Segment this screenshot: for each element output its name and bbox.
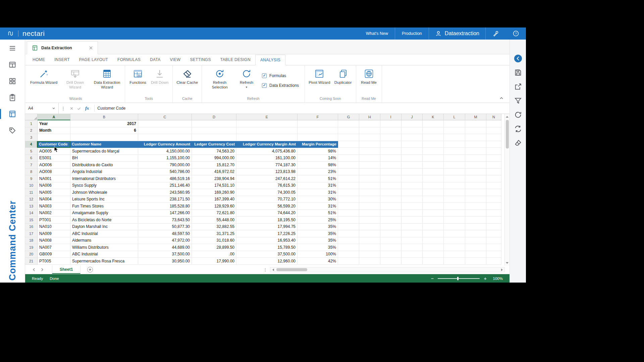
cell-L11[interactable] [444,189,465,196]
cell-G2[interactable] [338,127,359,134]
column-header-E[interactable]: E [236,114,298,120]
cell-D13[interactable]: 128,929.60 [192,203,236,210]
cell-J2[interactable] [401,127,423,134]
cell-C3[interactable] [138,134,192,141]
cell-A7[interactable]: AO006 [38,162,70,169]
cell-B8[interactable]: Angola Industrial [70,169,138,176]
ribbon-button-functions[interactable]: fxFunctions [127,68,148,86]
cell-L2[interactable] [444,127,465,134]
cell-K17[interactable] [423,230,444,237]
sidebar-item-dashboards[interactable] [0,61,25,69]
cell-A3[interactable] [38,134,70,141]
scroll-up-icon[interactable] [506,114,508,119]
ribbon-button-duplicator[interactable]: Duplicator [333,68,354,86]
column-header-D[interactable]: D [192,114,236,120]
cell-F21[interactable]: 42% [298,258,338,265]
cell-B1[interactable]: 2017 [70,120,138,127]
cell-K11[interactable] [423,189,444,196]
cell-A10[interactable]: NA006 [38,182,70,189]
cell-H17[interactable] [359,230,380,237]
cell-B14[interactable]: Amalgamate Supply [70,210,138,217]
cell-C7[interactable]: 790,000.00 [138,162,192,169]
cell-C19[interactable]: 44,689.00 [138,244,192,251]
select-all-corner[interactable] [25,114,38,120]
cell-J14[interactable] [401,210,423,217]
scroll-right-icon[interactable] [499,267,504,272]
row-header-19[interactable]: 19 [25,244,38,251]
cell-B4[interactable]: Customer Name [70,141,138,148]
cell-D12[interactable]: 167,399.40 [192,196,236,203]
cell-M19[interactable] [465,244,486,251]
cell-N3[interactable] [486,134,501,141]
row-header-1[interactable]: 1 [25,120,38,127]
cell-F16[interactable]: 35% [298,224,338,231]
cell-E18[interactable]: 16,953.40 [236,237,298,244]
cell-F19[interactable]: 35% [298,244,338,251]
cell-H13[interactable] [359,203,380,210]
zoom-slider-thumb[interactable] [457,277,459,280]
cell-M20[interactable] [465,251,486,258]
cell-D15[interactable]: 55,448.00 [192,217,236,224]
cell-I15[interactable] [380,217,401,224]
cell-C13[interactable]: 185,528.80 [138,203,192,210]
cell-N19[interactable] [486,244,501,251]
cell-G8[interactable] [338,169,359,176]
cell-E14[interactable]: 74,644.20 [236,210,298,217]
cell-K13[interactable] [423,203,444,210]
cell-I19[interactable] [380,244,401,251]
cell-E15[interactable]: 18,195.50 [236,217,298,224]
cell-B10[interactable]: Sysco Supply [70,182,138,189]
cell-E12[interactable]: 70,772.10 [236,196,298,203]
cell-C8[interactable]: 540,786.00 [138,169,192,176]
cell-B19[interactable]: Williams Distributors [70,244,138,251]
cell-H20[interactable] [359,251,380,258]
cell-B21[interactable]: Supermercados Rosa Fresca [70,258,138,265]
cell-B7[interactable]: Distribuidora do Caxito [70,162,138,169]
cell-B18[interactable]: Aldermans [70,237,138,244]
cell-E2[interactable] [236,127,298,134]
cell-K6[interactable] [423,155,444,162]
cell-D4[interactable]: Ledger Currency Cost [192,141,236,148]
cell-I7[interactable] [380,162,401,169]
cell-K7[interactable] [423,162,444,169]
ribbon-button-data-extraction-wizard[interactable]: Data Extraction Wizard [92,68,122,90]
cell-F14[interactable]: 51% [298,210,338,217]
cell-L10[interactable] [444,182,465,189]
cell-L8[interactable] [444,169,465,176]
cell-J20[interactable] [401,251,423,258]
column-header-N[interactable]: N [486,114,501,120]
cell-J1[interactable] [401,120,423,127]
cell-K4[interactable] [423,141,444,148]
column-header-G[interactable]: G [338,114,359,120]
cell-B9[interactable]: International Distributors [70,175,138,182]
sidebar-item-worksheets[interactable] [0,110,25,118]
cell-G12[interactable] [338,196,359,203]
cell-E9[interactable]: 247,614.22 [236,175,298,182]
cell-E4[interactable]: Ledger Currency Margin Amt [236,141,298,148]
cell-F4[interactable]: Margin Percentage [298,141,338,148]
cell-L13[interactable] [444,203,465,210]
cell-I3[interactable] [380,134,401,141]
cell-D17[interactable]: 31,371.25 [192,230,236,237]
row-header-3[interactable]: 3 [25,134,38,141]
ribbon-button-pivot-wizard[interactable]: Pivot Wizard [307,68,332,86]
row-header-7[interactable]: 7 [25,162,38,169]
zoom-in-button[interactable]: + [484,276,487,281]
column-header-I[interactable]: I [380,114,401,120]
cell-G15[interactable] [338,217,359,224]
cell-E7[interactable]: 774,187.30 [236,162,298,169]
cell-C10[interactable]: 251,146.40 [138,182,192,189]
settings-wrench-button[interactable] [486,27,506,40]
cell-L17[interactable] [444,230,465,237]
cell-M17[interactable] [465,230,486,237]
cell-N12[interactable] [486,196,501,203]
cell-L5[interactable] [444,148,465,155]
cell-H16[interactable] [359,224,380,231]
cell-H18[interactable] [359,237,380,244]
cell-F11[interactable]: 31% [298,189,338,196]
cell-C14[interactable]: 147,266.00 [138,210,192,217]
cell-J12[interactable] [401,196,423,203]
cell-B15[interactable]: As Bicicletas do Norte [70,217,138,224]
cell-G17[interactable] [338,230,359,237]
cell-E11[interactable]: 74,300.05 [236,189,298,196]
